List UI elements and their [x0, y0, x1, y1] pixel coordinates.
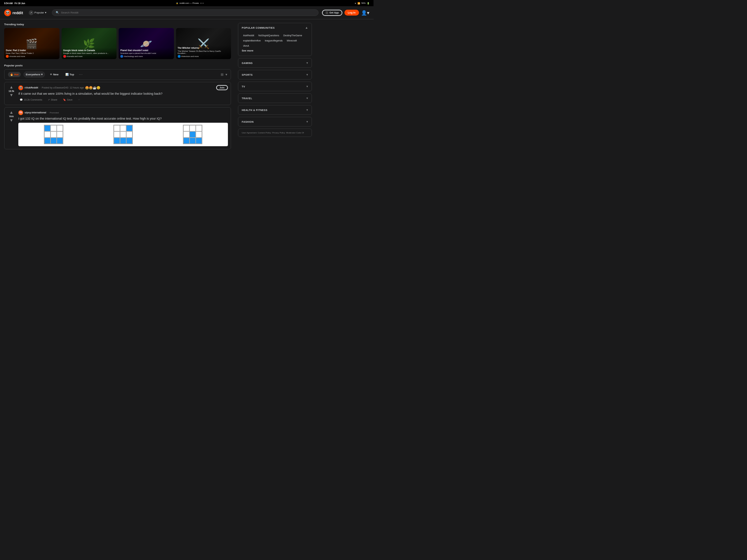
status-time: 9:54 AM Fri 30 Jun: [4, 2, 25, 4]
join-button-0[interactable]: Join: [216, 85, 228, 90]
downvote-button-1[interactable]: ▼: [9, 118, 13, 122]
bookmark-icon: 🔖: [63, 99, 66, 101]
card-desc-2: Scientists spot a planet that shouldn't …: [120, 52, 172, 55]
iq-grid-2: [90, 125, 157, 144]
get-app-button[interactable]: ⬛ Get App: [322, 10, 342, 16]
view-expand-button[interactable]: ▾: [225, 73, 227, 76]
footer-moderator-code[interactable]: Moderator Code Of: [286, 132, 304, 134]
trending-title: Trending today: [4, 23, 231, 26]
fashion-expand-icon: ▾: [306, 120, 308, 123]
search-input[interactable]: [61, 11, 314, 14]
sports-header[interactable]: SPORTS ▾: [238, 70, 312, 79]
tv-section: TV ▾: [238, 82, 312, 91]
ellipsis-icon: ···: [78, 99, 80, 101]
post-meta-0: 👽 r/AskReddit · Posted by u/DawsonD43 12…: [18, 85, 228, 90]
subreddit-name-1[interactable]: u/psy-international: [25, 111, 46, 114]
gaming-header[interactable]: GAMING ▾: [238, 58, 312, 67]
header: 👽 reddit ↗ Popular ▾ 🔍 ⬛ Get App Log In …: [0, 6, 374, 19]
sort-hot-button[interactable]: 🔥 Hot: [8, 72, 21, 77]
header-actions: ⬛ Get App Log In 👤 ▾: [322, 10, 369, 16]
get-app-label: Get App: [330, 11, 339, 14]
health-fitness-header[interactable]: HEALTH & FITNESS ▾: [238, 105, 312, 114]
post-title-0[interactable]: If it came out that we were 100% living …: [18, 92, 228, 96]
reddit-wordmark: reddit: [12, 11, 23, 15]
tv-title: TV: [242, 85, 245, 88]
url-display: reddit.com — Private: [179, 2, 199, 4]
post-vote-1: ▲ Vote ▼: [7, 110, 16, 147]
share-button-0[interactable]: ↗ Share: [46, 98, 59, 102]
upvote-button-1[interactable]: ▲: [9, 110, 13, 114]
card-sub-3: r/television and more: [178, 55, 230, 58]
fire-icon: 🔥: [10, 73, 13, 76]
card-title-1: Google block news in Canada: [63, 49, 115, 52]
card-overlay-0: Dune: Part 2 trailer Dune: Part Two | Of…: [4, 48, 59, 59]
footer-privacy-policy[interactable]: Privacy Policy: [272, 132, 285, 134]
subreddit-name-0[interactable]: r/AskReddit: [25, 86, 38, 89]
community-tag-5[interactable]: Minecraft: [285, 39, 298, 43]
everywhere-label: Everywhere: [26, 73, 40, 76]
sort-top-button[interactable]: 📊 Top: [63, 72, 76, 77]
community-tag-2[interactable]: DestinyTheGame: [282, 34, 303, 37]
popular-icon: ↗: [29, 10, 34, 15]
search-bar[interactable]: 🔍: [52, 9, 318, 16]
grid-icon: ⊞: [221, 73, 223, 76]
share-icon: ↗: [48, 99, 50, 101]
community-tag-6[interactable]: IAmA: [242, 44, 250, 48]
travel-header[interactable]: TRAVEL ▾: [238, 94, 312, 103]
sort-new-button[interactable]: ✧ New: [48, 72, 61, 77]
post-title-1[interactable]: I got 132 IQ on the international IQ tes…: [18, 116, 228, 121]
card-sub-2: r/technology and more: [120, 55, 172, 58]
gaming-expand-icon: ▾: [306, 61, 308, 65]
everywhere-dropdown[interactable]: Everywhere ▾: [24, 72, 45, 77]
community-tag-0[interactable]: AskReddit: [242, 34, 256, 37]
downvote-button-0[interactable]: ▼: [9, 93, 13, 97]
sort-more-button[interactable]: ···: [79, 73, 83, 76]
footer-user-agreement[interactable]: User Agreement: [242, 132, 257, 134]
view-toggle-button[interactable]: ⊞: [221, 73, 223, 76]
community-tag-1[interactable]: NoStupidQuestions: [257, 34, 280, 37]
community-tag-3[interactable]: explainlikeimfive: [242, 39, 262, 43]
collapse-icon: ▲: [305, 26, 308, 29]
health-fitness-expand-icon: ▾: [306, 108, 308, 112]
fashion-title: FASHION: [242, 121, 254, 123]
user-menu-button[interactable]: 👤 ▾: [361, 10, 369, 16]
status-url: 🔒 reddit.com — Private • • •: [176, 2, 204, 4]
status-bar: 9:54 AM Fri 30 Jun 🔒 reddit.com — Privat…: [0, 0, 374, 6]
fashion-header[interactable]: FASHION ▾: [238, 117, 312, 126]
reddit-logo-icon[interactable]: 👽: [4, 9, 11, 16]
gaming-section: GAMING ▾: [238, 58, 312, 68]
gaming-title: GAMING: [242, 62, 253, 64]
save-button-0[interactable]: 🔖 Save: [62, 98, 74, 102]
iq-test-image[interactable]: [18, 123, 228, 146]
trending-card-0[interactable]: 🎬 Dune: Part 2 trailer Dune: Part Two | …: [4, 28, 59, 59]
post-card-0: ▲ 18.5k ▼ 👽 r/AskReddit · Posted by u/Da…: [4, 82, 231, 105]
chevron-down-icon: ▾: [41, 73, 43, 76]
promo-avatar-1: 🧠: [18, 110, 23, 115]
trending-card-1[interactable]: 🌿 Google block news in Canada Google to …: [62, 28, 117, 59]
tv-header[interactable]: TV ▾: [238, 82, 312, 91]
vote-label-1: Vote: [9, 115, 14, 118]
more-label: ···: [79, 73, 83, 76]
post-actions-0: 💬 10.2k Comments ↗ Share 🔖 Save ···: [18, 98, 228, 102]
more-options-button-0[interactable]: ···: [77, 98, 82, 102]
trending-card-2[interactable]: 🪐 Planet that shouldn't exist Scientists…: [119, 28, 174, 59]
login-button[interactable]: Log In: [344, 10, 359, 16]
main-content: Trending today 🎬 Dune: Part 2 trailer Du…: [0, 19, 374, 155]
comments-button-0[interactable]: 💬 10.2k Comments: [18, 98, 44, 102]
post-meta-1: 🧠 u/psy-international · Promoted: [18, 110, 228, 115]
trending-card-3[interactable]: ⚔️ The Witcher returns 'The Witcher' Sea…: [176, 28, 231, 59]
see-more-link[interactable]: See more: [242, 48, 308, 53]
card-desc-0: Dune: Part Two | Official Trailer 2: [6, 52, 58, 55]
footer-links-section: User Agreement Content Policy Privacy Po…: [238, 129, 312, 137]
logo-area[interactable]: 👽 reddit: [4, 9, 23, 16]
upvote-button-0[interactable]: ▲: [9, 85, 13, 89]
popular-communities-header[interactable]: POPULAR COMMUNITIES ▲: [238, 23, 312, 32]
community-tag-4[interactable]: leagueoflegends: [264, 39, 284, 43]
card-title-3: The Witcher returns: [178, 47, 230, 49]
communities-grid: AskReddit NoStupidQuestions DestinyTheGa…: [242, 34, 308, 48]
popular-label: Popular: [35, 11, 44, 14]
card-overlay-1: Google block news in Canada Google to bl…: [62, 48, 117, 59]
popular-dropdown[interactable]: ↗ Popular ▾: [27, 9, 49, 16]
card-title-0: Dune: Part 2 trailer: [6, 49, 58, 52]
footer-content-policy[interactable]: Content Policy: [258, 132, 271, 134]
